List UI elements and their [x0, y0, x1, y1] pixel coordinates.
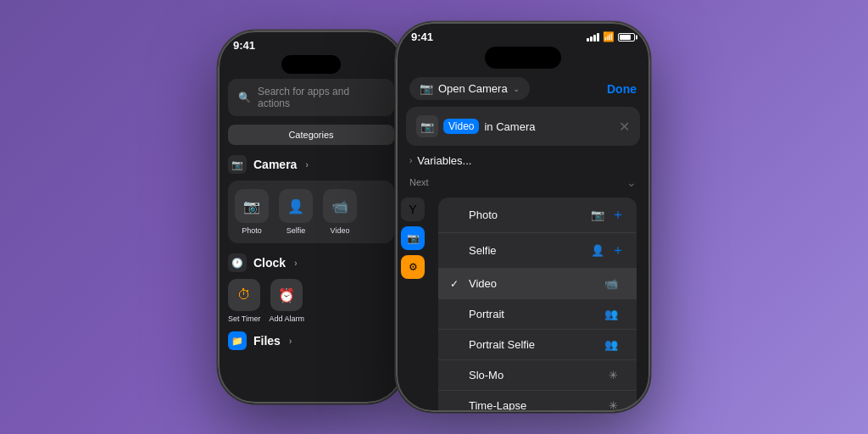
left-dynamic-island — [281, 55, 341, 74]
action-token[interactable]: Video — [443, 119, 479, 134]
signal-bars — [587, 33, 599, 42]
right-status-bar: 9:41 📶 — [396, 22, 650, 47]
right-dynamic-island — [485, 47, 561, 69]
side-icons: Y 📷 ⚙ — [401, 194, 425, 412]
portrait-item-icon: 👥 — [604, 308, 618, 320]
battery-icon — [618, 33, 635, 42]
dropdown-item-portrait[interactable]: Portrait 👥 — [438, 299, 637, 330]
slomo-label: Slo-Mo — [469, 369, 609, 381]
clock-header[interactable]: 🕐 Clock › — [228, 253, 394, 272]
search-icon: 🔍 — [238, 92, 251, 103]
side-item-blue[interactable]: 📷 — [401, 226, 425, 250]
files-icon: 📁 — [228, 331, 247, 350]
selfie-item-label: Selfie — [469, 244, 591, 257]
battery-fill — [620, 35, 631, 40]
camera-items-row: 📷 Photo 👤 Selfie 📹 Video — [228, 181, 394, 243]
signal-bar-1 — [587, 38, 589, 42]
photo-item-icon: 📷 — [591, 209, 604, 221]
dropdown-item-photo[interactable]: Photo 📷 ＋ — [438, 198, 637, 233]
bottom-area: Y 📷 ⚙ Photo 📷 ＋ Selfie 👤 ＋ — [401, 194, 645, 412]
photo-label: Photo — [242, 226, 262, 235]
signal-bar-3 — [593, 35, 596, 42]
clock-item-alarm[interactable]: ⏰ Add Alarm — [270, 279, 305, 323]
camera-header[interactable]: 📷 Camera › — [228, 155, 394, 174]
timelapse-icon: ✳ — [609, 399, 618, 412]
left-status-bar: 9:41 — [218, 31, 404, 55]
battery-tip — [636, 35, 637, 39]
video-item-label: Video — [469, 277, 604, 290]
next-label: Next — [409, 177, 429, 187]
categories-button[interactable]: Categories — [228, 125, 394, 145]
done-button[interactable]: Done — [607, 82, 637, 96]
photo-item-label: Photo — [469, 209, 591, 221]
next-chevron: ⌄ — [626, 175, 637, 189]
video-check: ✓ — [450, 278, 464, 290]
video-label: Video — [331, 226, 350, 235]
dropdown-item-selfie[interactable]: Selfie 👤 ＋ — [438, 233, 637, 269]
right-phone-header: 📷 Open Camera ⌄ Done — [396, 74, 650, 107]
selfie-icon: 👤 — [279, 189, 313, 223]
portrait-selfie-label: Portrait Selfie — [469, 338, 604, 351]
open-camera-chevron: ⌄ — [513, 84, 520, 93]
open-camera-button[interactable]: 📷 Open Camera ⌄ — [409, 77, 530, 100]
open-camera-icon: 📷 — [420, 82, 433, 95]
dropdown-list: Photo 📷 ＋ Selfie 👤 ＋ ✓ Video 📹 — [438, 198, 637, 412]
photo-icon: 📷 — [235, 189, 269, 223]
clock-app-icon: 🕐 — [228, 253, 247, 272]
clock-section: 🕐 Clock › ⏱ Set Timer ⏰ Add Alarm — [228, 253, 394, 323]
files-chevron: › — [289, 337, 292, 346]
timelapse-label: Time-Lapse — [469, 399, 609, 412]
photo-plus[interactable]: ＋ — [611, 206, 625, 224]
action-bar-close-icon[interactable]: ✕ — [619, 119, 630, 135]
camera-section: 📷 Camera › 📷 Photo 👤 Selfie 📹 V — [228, 155, 394, 243]
camera-title: Camera — [253, 158, 297, 171]
portrait-item-label: Portrait — [469, 308, 604, 320]
video-item-icon: 📹 — [604, 277, 618, 290]
status-icons: 📶 — [587, 31, 635, 42]
next-label-row: Next ⌄ — [396, 172, 650, 192]
selfie-label: Selfie — [287, 226, 306, 235]
clock-chevron: › — [294, 259, 297, 268]
camera-item-photo[interactable]: 📷 Photo — [235, 189, 269, 235]
dropdown-item-slomo[interactable]: Slo-Mo ✳ — [438, 360, 637, 391]
side-item-y[interactable]: Y — [401, 198, 425, 221]
timer-icon: ⏱ — [228, 279, 260, 311]
dropdown-item-video[interactable]: ✓ Video 📹 — [438, 269, 637, 299]
variables-label: Variables... — [417, 154, 471, 167]
clock-item-timer[interactable]: ⏱ Set Timer — [228, 279, 261, 323]
alarm-icon: ⏰ — [270, 279, 303, 311]
camera-item-video[interactable]: 📹 Video — [323, 189, 357, 235]
clock-items-row: ⏱ Set Timer ⏰ Add Alarm — [228, 279, 394, 323]
video-icon: 📹 — [323, 189, 357, 223]
files-title: Files — [253, 334, 281, 348]
signal-bar-4 — [597, 33, 599, 42]
search-placeholder: Search for apps and actions — [258, 86, 384, 109]
signal-bar-2 — [590, 36, 593, 42]
action-bar: 📷 Video in Camera ✕ — [406, 107, 640, 146]
dropdown-item-timelapse[interactable]: Time-Lapse ✳ — [438, 391, 637, 412]
left-phone-content: 🔍 Search for apps and actions Categories… — [218, 79, 404, 350]
open-camera-label: Open Camera — [438, 82, 508, 95]
phones-container: 9:41 🔍 Search for apps and actions Categ… — [218, 22, 650, 412]
camera-item-selfie[interactable]: 👤 Selfie — [279, 189, 313, 235]
variables-chevron: › — [409, 156, 412, 165]
right-status-time: 9:41 — [411, 31, 433, 43]
search-bar[interactable]: 🔍 Search for apps and actions — [228, 79, 394, 116]
right-phone: 9:41 📶 📷 Open Camera — [396, 22, 650, 412]
wifi-icon: 📶 — [603, 31, 615, 42]
camera-app-icon: 📷 — [228, 155, 247, 174]
files-section[interactable]: 📁 Files › — [228, 331, 394, 350]
dropdown-item-portrait-selfie[interactable]: Portrait Selfie 👥 — [438, 330, 637, 360]
selfie-plus[interactable]: ＋ — [611, 242, 625, 259]
portrait-selfie-icon: 👥 — [604, 338, 618, 351]
camera-chevron: › — [305, 160, 308, 170]
side-item-orange[interactable]: ⚙ — [401, 255, 425, 279]
action-bar-camera-icon: 📷 — [416, 115, 438, 137]
alarm-label: Add Alarm — [270, 314, 305, 323]
left-phone: 9:41 🔍 Search for apps and actions Categ… — [218, 31, 404, 403]
variables-row[interactable]: › Variables... — [396, 149, 650, 172]
slomo-icon: ✳ — [609, 369, 618, 381]
clock-title: Clock — [253, 256, 286, 270]
selfie-item-icon: 👤 — [591, 244, 604, 257]
timer-label: Set Timer — [228, 314, 261, 323]
